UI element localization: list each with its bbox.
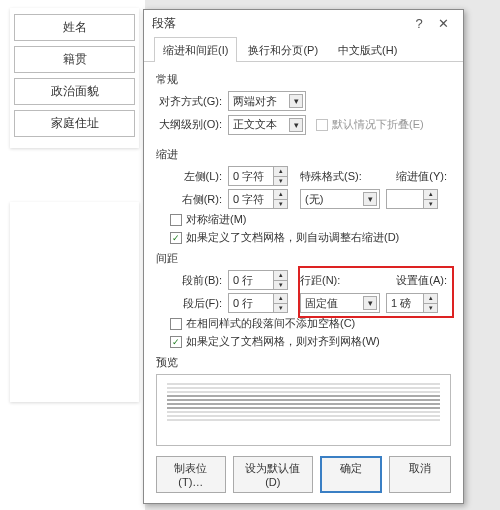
tab-line-page-breaks[interactable]: 换行和分页(P) [239,37,327,62]
alignment-select[interactable]: 两端对齐 ▾ [228,91,306,111]
auto-adjust-label: 如果定义了文档网格，则自动调整右缩进(D) [186,230,399,245]
preview-pane [156,374,451,446]
line-spacing-select[interactable]: 固定值 ▾ [300,293,380,313]
document-background: 姓名 籍贯 政治面貌 家庭住址 [0,0,145,510]
outline-value: 正文文本 [233,117,277,132]
spacing-at-spinner[interactable]: 1 磅 ▴▾ [386,293,438,313]
auto-adjust-checkbox[interactable]: ✓ [170,232,182,244]
spin-down-icon[interactable]: ▾ [273,200,287,209]
indent-by-label: 缩进值(Y): [396,169,451,184]
no-space-label: 在相同样式的段落间不添加空格(C) [186,316,355,331]
special-label: 特殊格式(S): [300,169,366,184]
preview-title: 预览 [156,355,451,370]
special-select[interactable]: (无) ▾ [300,189,380,209]
indent-left-value: 0 字符 [233,169,264,184]
titlebar: 段落 ? ✕ [144,10,463,36]
dialog-title: 段落 [152,15,176,32]
dialog-footer: 制表位(T)… 设为默认值(D) 确定 取消 [144,456,463,493]
space-before-spinner[interactable]: 0 行 ▴▾ [228,270,288,290]
tabs-button[interactable]: 制表位(T)… [156,456,226,493]
ok-button[interactable]: 确定 [320,456,382,493]
indent-left-spinner[interactable]: 0 字符 ▴▾ [228,166,288,186]
collapse-label: 默认情况下折叠(E) [332,117,424,132]
spacing-at-value: 1 磅 [391,296,411,311]
spin-down-icon[interactable]: ▾ [273,304,287,313]
line-spacing-label: 行距(N): [300,273,344,288]
space-after-label: 段后(F): [156,296,228,311]
space-after-value: 0 行 [233,296,253,311]
spin-up-icon[interactable]: ▴ [273,271,287,281]
alignment-value: 两端对齐 [233,94,277,109]
set-default-button[interactable]: 设为默认值(D) [233,456,313,493]
special-value: (无) [305,192,323,207]
cancel-button[interactable]: 取消 [389,456,451,493]
line-spacing-value: 固定值 [305,296,338,311]
space-before-label: 段前(B): [156,273,228,288]
spin-down-icon[interactable]: ▾ [273,177,287,186]
doc-cell: 政治面貌 [14,78,135,105]
spin-up-icon[interactable]: ▴ [273,167,287,177]
chevron-down-icon: ▾ [363,192,377,206]
spin-down-icon[interactable]: ▾ [273,281,287,290]
collapse-checkbox[interactable] [316,119,328,131]
outline-select[interactable]: 正文文本 ▾ [228,115,306,135]
indent-by-spinner[interactable]: ▴▾ [386,189,438,209]
chevron-down-icon: ▾ [289,118,303,132]
indent-right-value: 0 字符 [233,192,264,207]
spin-down-icon[interactable]: ▾ [423,200,437,209]
group-general-title: 常规 [156,72,451,87]
outline-label: 大纲级别(O): [156,117,228,132]
spin-up-icon[interactable]: ▴ [273,294,287,304]
tab-indent-spacing[interactable]: 缩进和间距(I) [154,37,237,62]
spin-up-icon[interactable]: ▴ [423,294,437,304]
doc-cell: 籍贯 [14,46,135,73]
doc-cell: 家庭住址 [14,110,135,137]
spin-up-icon[interactable]: ▴ [273,190,287,200]
doc-cell: 姓名 [14,14,135,41]
close-button[interactable]: ✕ [431,16,455,31]
no-space-checkbox[interactable] [170,318,182,330]
alignment-label: 对齐方式(G): [156,94,228,109]
indent-right-label: 右侧(R): [156,192,228,207]
mirror-indent-checkbox[interactable] [170,214,182,226]
mirror-indent-label: 对称缩进(M) [186,212,247,227]
tab-strip: 缩进和间距(I) 换行和分页(P) 中文版式(H) [144,36,463,62]
tab-asian-typography[interactable]: 中文版式(H) [329,37,406,62]
space-before-value: 0 行 [233,273,253,288]
group-spacing-title: 间距 [156,251,451,266]
chevron-down-icon: ▾ [289,94,303,108]
indent-left-label: 左侧(L): [156,169,228,184]
group-indent-title: 缩进 [156,147,451,162]
indent-right-spinner[interactable]: 0 字符 ▴▾ [228,189,288,209]
snap-grid-checkbox[interactable]: ✓ [170,336,182,348]
spin-down-icon[interactable]: ▾ [423,304,437,313]
spin-up-icon[interactable]: ▴ [423,190,437,200]
space-after-spinner[interactable]: 0 行 ▴▾ [228,293,288,313]
paragraph-dialog: 段落 ? ✕ 缩进和间距(I) 换行和分页(P) 中文版式(H) 常规 对齐方式… [143,9,464,504]
snap-grid-label: 如果定义了文档网格，则对齐到网格(W) [186,334,380,349]
chevron-down-icon: ▾ [363,296,377,310]
spacing-at-label: 设置值(A): [396,273,451,288]
help-button[interactable]: ? [407,16,431,31]
